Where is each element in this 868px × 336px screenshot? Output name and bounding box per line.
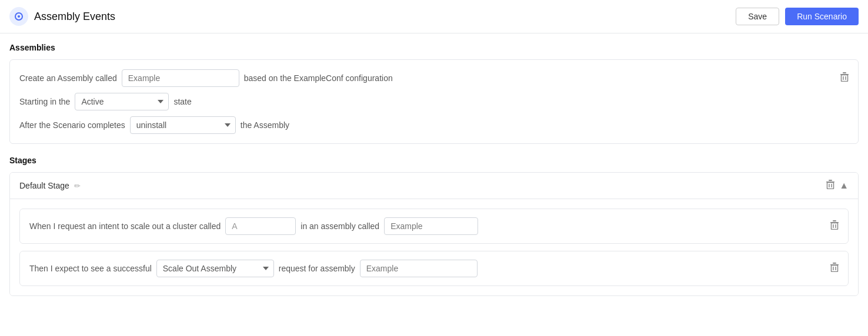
- stages-card: Default Stage ✏ ▲ When I req: [9, 172, 859, 296]
- state-select[interactable]: Active Inactive Stopped: [75, 93, 169, 110]
- state-label: state: [173, 97, 191, 106]
- in-assembly-label: in an assembly called: [301, 221, 379, 231]
- starting-in-label: Starting in the: [19, 97, 70, 106]
- delete-then-event-button[interactable]: [830, 263, 839, 274]
- app-header: Assembly Events Save Run Scenario: [0, 0, 868, 33]
- when-event-card: When I request an intent to scale out a …: [19, 209, 849, 244]
- delete-when-event-button[interactable]: [830, 220, 839, 232]
- edit-stage-icon[interactable]: ✏: [74, 182, 81, 190]
- request-for-label: request for assembly: [279, 264, 355, 273]
- when-prefix-label: When I request an intent to scale out a …: [29, 221, 221, 231]
- stage-header: Default Stage ✏ ▲: [10, 173, 858, 199]
- assembly-name-input[interactable]: [122, 69, 239, 87]
- the-assembly-label: the Assembly: [241, 120, 289, 130]
- main-content: Assemblies Create an Assembly called bas…: [0, 33, 868, 305]
- stages-section-title: Stages: [9, 156, 859, 165]
- assembly-state-row: Starting in the Active Inactive Stopped …: [19, 93, 849, 110]
- assemblies-section-title: Assemblies: [9, 43, 859, 52]
- stage-actions: ▲: [826, 180, 849, 191]
- svg-rect-19: [832, 266, 838, 272]
- assembly-create-row: Create an Assembly called based on the E…: [19, 69, 849, 87]
- svg-rect-9: [827, 183, 834, 189]
- svg-rect-14: [832, 223, 838, 230]
- assembly-result-input[interactable]: [360, 260, 478, 277]
- assembly-after-row: After the Scenario completes uninstall k…: [19, 116, 849, 134]
- then-event-card: Then I expect to see a successful Scale …: [19, 251, 849, 286]
- then-prefix-label: Then I expect to see a successful: [29, 264, 152, 273]
- svg-rect-18: [833, 263, 836, 264]
- svg-rect-4: [842, 75, 848, 82]
- svg-rect-13: [833, 220, 836, 221]
- assemblies-card: Create an Assembly called based on the E…: [9, 59, 859, 144]
- delete-stage-button[interactable]: [826, 180, 834, 191]
- create-assembly-label: Create an Assembly called: [19, 73, 117, 83]
- after-scenario-label: After the Scenario completes: [19, 120, 125, 130]
- save-button[interactable]: Save: [736, 8, 779, 25]
- cluster-name-input[interactable]: [225, 217, 296, 235]
- after-scenario-select[interactable]: uninstall keep destroy: [130, 116, 236, 134]
- event-type-select[interactable]: Scale Out Assembly Scale In Assembly Ins…: [156, 260, 274, 277]
- delete-assembly-button[interactable]: [840, 72, 849, 84]
- assembly-ref-input[interactable]: [384, 217, 478, 235]
- based-on-label: based on the ExampleConf configuration: [244, 73, 393, 83]
- svg-rect-3: [843, 72, 846, 73]
- app-icon: [9, 7, 28, 26]
- collapse-stage-icon[interactable]: ▲: [839, 180, 849, 191]
- stage-name: Default Stage: [19, 181, 69, 190]
- svg-rect-8: [829, 180, 832, 181]
- stage-body: When I request an intent to scale out a …: [10, 199, 858, 295]
- header-left: Assembly Events: [9, 7, 115, 26]
- header-buttons: Save Run Scenario: [736, 8, 859, 25]
- svg-point-1: [18, 15, 20, 18]
- run-scenario-button[interactable]: Run Scenario: [785, 8, 859, 25]
- page-title: Assembly Events: [34, 11, 115, 23]
